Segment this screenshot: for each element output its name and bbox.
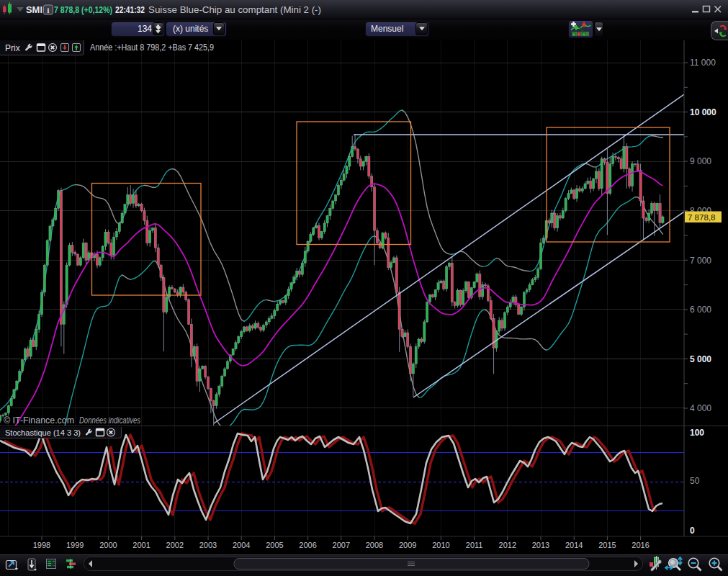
svg-text:2012: 2012 [499,541,516,549]
svg-text:Année :+Haut 8 798,2 +Bas 7 42: Année :+Haut 8 798,2 +Bas 7 425,9 [90,42,214,53]
svg-text:0: 0 [690,526,695,536]
svg-text:1999: 1999 [66,541,84,549]
svg-text:2000: 2000 [99,541,117,549]
svg-text:SMI: SMI [26,5,42,15]
svg-text:i: i [48,6,50,14]
svg-text:2008: 2008 [366,541,383,549]
svg-text:2002: 2002 [166,541,184,549]
svg-text:2009: 2009 [399,541,416,549]
svg-text:2016: 2016 [632,541,649,549]
svg-text:11 000: 11 000 [690,58,716,68]
svg-text:2014: 2014 [565,541,583,549]
svg-text:© IT-Finance.com: © IT-Finance.com [4,415,74,426]
svg-text:4 000: 4 000 [690,403,711,413]
svg-text:2006: 2006 [299,541,316,549]
svg-text:10 000: 10 000 [690,107,716,117]
svg-text:Prix: Prix [5,43,20,53]
svg-text:Stochastique (14 3 3): Stochastique (14 3 3) [5,428,81,437]
svg-text:9 000: 9 000 [690,156,711,166]
svg-text:6 000: 6 000 [690,305,711,315]
svg-text:1998: 1998 [33,541,50,549]
svg-text:5 000: 5 000 [690,354,711,364]
svg-text:2007: 2007 [333,541,350,549]
svg-text:22:41:32: 22:41:32 [115,5,145,15]
svg-text:2001: 2001 [132,541,150,549]
svg-text:7 000: 7 000 [690,256,711,266]
svg-text:2010: 2010 [432,541,449,549]
svg-text:50: 50 [690,476,700,486]
svg-text:7 878,8: 7 878,8 [688,213,715,222]
svg-text:2004: 2004 [233,541,250,549]
svg-text:2013: 2013 [532,541,549,549]
svg-text:Données indicatives: Données indicatives [79,415,140,426]
svg-text:2011: 2011 [466,541,483,549]
svg-text:7 878,8 (+0,12%): 7 878,8 (+0,12%) [54,5,112,15]
svg-text:Suisse Blue-Chip au comptant (: Suisse Blue-Chip au comptant (Mini 2 (-) [148,5,321,15]
svg-text:2015: 2015 [598,541,616,549]
svg-text:2005: 2005 [266,541,283,549]
svg-text:2003: 2003 [199,541,217,549]
svg-text:100: 100 [690,428,704,438]
